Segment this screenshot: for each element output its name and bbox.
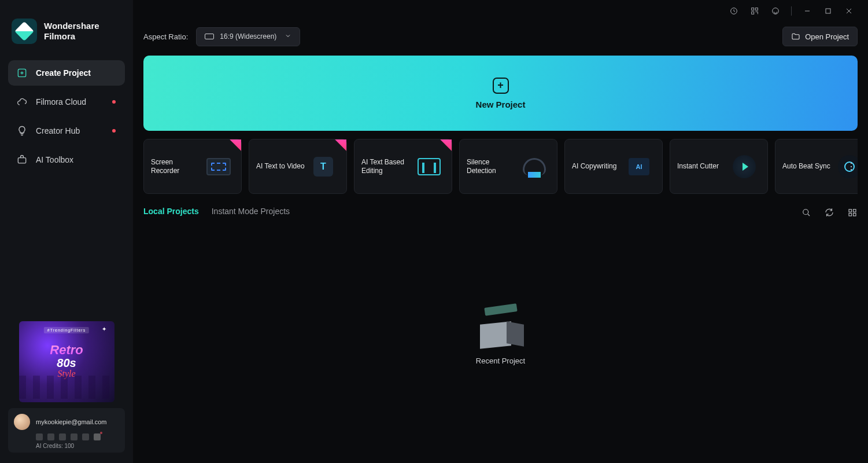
tool-card-ai-text-to-video[interactable]: AI Text to VideoT bbox=[249, 139, 347, 194]
ai-credits: AI Credits: 100 bbox=[36, 443, 119, 449]
brand-top: Wondershare bbox=[44, 21, 99, 31]
window-close[interactable] bbox=[844, 6, 854, 16]
updates-icon[interactable] bbox=[729, 6, 739, 16]
sparkle-icon: ✦ bbox=[102, 326, 106, 332]
sidebar-item-ai-toolbox[interactable]: AI Toolbox bbox=[8, 147, 125, 172]
recent-projects-stage: Recent Project bbox=[143, 218, 858, 453]
promo-line2: 80s bbox=[57, 357, 76, 370]
svg-rect-11 bbox=[849, 214, 852, 216]
refresh-icon[interactable] bbox=[824, 207, 834, 218]
tab-local-projects[interactable]: Local Projects bbox=[143, 207, 199, 218]
tool-card-label: Silence Detection bbox=[467, 158, 519, 175]
user-panel[interactable]: mykookiepie@gmail.com AI Credits: 100 bbox=[8, 408, 125, 453]
window-maximize[interactable] bbox=[823, 6, 833, 16]
svg-rect-10 bbox=[854, 210, 856, 212]
tool-cards: Screen RecorderAI Text to VideoTAI Text … bbox=[143, 139, 858, 194]
tool-card-thumb bbox=[519, 150, 550, 183]
tool-card-instant-cutter[interactable]: Instant Cutter bbox=[670, 139, 768, 194]
window-minimize[interactable] bbox=[802, 6, 812, 16]
promo-banner[interactable]: #TrendingFilters ✦ Retro 80s Style bbox=[19, 321, 114, 402]
tool-card-thumb: AI bbox=[623, 150, 655, 183]
tool-card-ai-text-based-editing[interactable]: AI Text Based Editing bbox=[354, 139, 452, 194]
user-email: mykookiepie@gmail.com bbox=[36, 418, 106, 425]
project-tabs: Local Projects Instant Mode Projects bbox=[143, 207, 858, 218]
plus-icon: + bbox=[493, 78, 509, 94]
aspect-ratio-select[interactable]: 16:9 (Widescreen) bbox=[196, 27, 300, 46]
new-badge bbox=[435, 139, 452, 156]
svg-rect-9 bbox=[849, 210, 852, 212]
svg-rect-12 bbox=[854, 214, 856, 216]
sidebar-item-label: AI Toolbox bbox=[36, 155, 73, 164]
tab-instant-mode-projects[interactable]: Instant Mode Projects bbox=[212, 207, 290, 218]
sidebar-item-create-project[interactable]: Create Project bbox=[8, 60, 125, 86]
svg-rect-4 bbox=[755, 8, 758, 10]
recent-project-label: Recent Project bbox=[476, 357, 525, 365]
new-project-label: New Project bbox=[476, 100, 526, 109]
tool-card-label: AI Text Based Editing bbox=[361, 158, 413, 175]
tool-card-screen-recorder[interactable]: Screen Recorder bbox=[143, 139, 242, 194]
titlebar bbox=[143, 0, 858, 22]
more-tools-button[interactable]: ⋮ bbox=[845, 149, 858, 184]
ratio-icon bbox=[205, 34, 214, 39]
ai-toolbox-icon bbox=[16, 154, 28, 166]
brand: Wondershare Filmora bbox=[12, 19, 121, 44]
svg-rect-5 bbox=[752, 12, 754, 14]
tool-card-label: AI Copywriting bbox=[572, 162, 616, 171]
sidebar-item-label: Creator Hub bbox=[36, 126, 80, 135]
promo-tag: #TrendingFilters bbox=[44, 327, 89, 333]
tool-card-ai-copywriting[interactable]: AI CopywritingAI bbox=[564, 139, 663, 194]
aspect-ratio-value: 16:9 (Widescreen) bbox=[220, 32, 276, 41]
plus-square-icon bbox=[16, 67, 28, 79]
svg-point-8 bbox=[803, 210, 808, 215]
sidebar-item-filmora-cloud[interactable]: Filmora Cloud bbox=[8, 89, 125, 115]
brand-bottom: Filmora bbox=[44, 31, 99, 41]
tool-card-label: Auto Beat Sync bbox=[782, 162, 830, 171]
sidebar-item-label: Create Project bbox=[36, 68, 91, 78]
qrcode-icon[interactable] bbox=[749, 6, 760, 16]
promo-line1: Retro bbox=[50, 344, 83, 357]
search-icon[interactable] bbox=[801, 207, 811, 218]
sidebar: Wondershare Filmora Create Project Filmo… bbox=[0, 0, 133, 463]
separator bbox=[791, 6, 792, 16]
sidebar-item-label: Filmora Cloud bbox=[36, 97, 86, 106]
notification-dot bbox=[112, 129, 116, 133]
tool-card-silence-detection[interactable]: Silence Detection bbox=[459, 139, 557, 194]
svg-rect-7 bbox=[826, 9, 830, 13]
tool-card-label: AI Text to Video bbox=[256, 162, 305, 171]
sidebar-item-creator-hub[interactable]: Creator Hub bbox=[8, 118, 125, 144]
tool-card-label: Screen Recorder bbox=[151, 158, 202, 175]
avatar bbox=[14, 414, 30, 430]
aspect-ratio-label: Aspect Ratio: bbox=[143, 32, 188, 41]
new-project-hero[interactable]: + New Project bbox=[143, 56, 858, 131]
svg-rect-3 bbox=[752, 8, 754, 10]
folder-icon bbox=[791, 32, 800, 41]
user-status-icons bbox=[36, 433, 119, 440]
notification-dot bbox=[112, 100, 116, 104]
view-toggle-icon[interactable] bbox=[847, 207, 858, 218]
toolbar: Aspect Ratio: 16:9 (Widescreen) Open Pro… bbox=[143, 27, 858, 46]
new-badge bbox=[225, 139, 241, 156]
chevron-down-icon bbox=[285, 32, 291, 41]
bulb-icon bbox=[16, 125, 28, 137]
tool-card-label: Instant Cutter bbox=[677, 162, 719, 171]
support-icon[interactable] bbox=[770, 6, 781, 16]
open-project-label: Open Project bbox=[805, 32, 849, 41]
empty-box-icon bbox=[474, 306, 527, 347]
cloud-icon bbox=[16, 96, 28, 108]
svg-rect-1 bbox=[18, 158, 25, 163]
tool-card-thumb bbox=[728, 150, 760, 183]
new-badge bbox=[330, 139, 346, 156]
brand-logo bbox=[12, 19, 37, 44]
open-project-button[interactable]: Open Project bbox=[782, 27, 858, 46]
sidebar-nav: Create Project Filmora Cloud Creator Hub… bbox=[8, 60, 125, 172]
main: Aspect Ratio: 16:9 (Widescreen) Open Pro… bbox=[133, 0, 868, 463]
